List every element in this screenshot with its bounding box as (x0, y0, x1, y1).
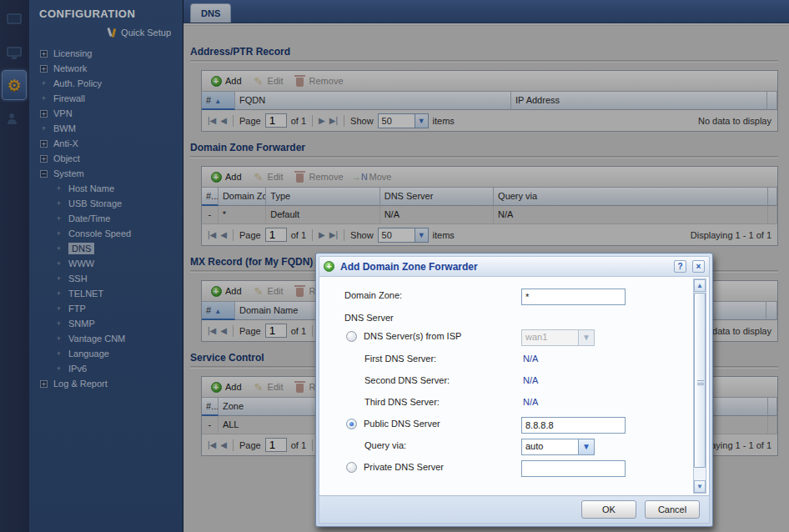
ok-button[interactable]: OK (581, 500, 636, 519)
first-dns-row: First DNS Server: N/A (319, 352, 709, 369)
dialog-body: Domain Zone: DNS Server DNS Server(s) fr… (319, 277, 710, 496)
zywall-configuration-window: ⚙ CONFIGURATION Quick Setup +Licensing+N… (0, 0, 789, 532)
chevron-down-icon: ▼ (578, 439, 595, 455)
second-dns-value: N/A (523, 375, 538, 385)
private-dns-radio-label: Private DNS Server (364, 462, 444, 472)
add-icon: + (324, 261, 334, 272)
dialog-scrollbar[interactable]: ▲ ▼ (693, 279, 706, 494)
scrollbar-grip (697, 380, 704, 385)
isp-interface-value: wan1 (521, 329, 578, 346)
second-dns-row: Second DNS Server: N/A (319, 374, 709, 390)
private-dns-row: Private DNS Server (319, 460, 709, 477)
scrollbar-thumb[interactable] (694, 293, 706, 468)
first-dns-value: N/A (523, 354, 538, 364)
scroll-down-icon[interactable]: ▼ (694, 480, 706, 493)
query-via-label: Query via: (364, 440, 406, 450)
cancel-button[interactable]: Cancel (645, 500, 700, 519)
public-dns-radio-label: Public DNS Server (364, 419, 440, 429)
close-icon[interactable]: × (692, 260, 705, 273)
third-dns-label: Third DNS Server: (364, 397, 440, 407)
domain-zone-label: Domain Zone: (344, 290, 402, 300)
public-dns-input[interactable] (521, 417, 626, 434)
isp-interface-select[interactable]: wan1 ▼ (521, 329, 595, 346)
query-via-row: Query via: auto ▼ (319, 439, 709, 455)
scroll-up-icon[interactable]: ▲ (694, 279, 706, 292)
private-dns-input[interactable] (521, 460, 626, 477)
public-dns-radio[interactable] (346, 419, 357, 429)
isp-dns-radio-label: DNS Server(s) from ISP (364, 331, 461, 341)
first-dns-label: First DNS Server: (364, 354, 436, 364)
help-button[interactable]: ? (674, 260, 686, 273)
isp-dns-radio[interactable] (346, 331, 357, 342)
domain-zone-input[interactable] (521, 289, 626, 305)
dialog-titlebar: + Add Domain Zone Forwarder ? × (319, 256, 710, 277)
dialog-title: Add Domain Zone Forwarder (340, 261, 668, 273)
second-dns-label: Second DNS Server: (364, 375, 450, 385)
third-dns-row: Third DNS Server: N/A (319, 395, 709, 412)
domain-zone-row: Domain Zone: (319, 289, 709, 305)
query-via-select[interactable]: auto ▼ (521, 439, 595, 455)
add-domain-zone-forwarder-dialog: + Add Domain Zone Forwarder ? × Domain Z… (315, 253, 713, 527)
private-dns-radio[interactable] (346, 462, 357, 473)
dns-server-heading-row: DNS Server (319, 311, 709, 328)
dns-server-label: DNS Server (344, 313, 394, 323)
public-dns-row: Public DNS Server (319, 417, 709, 434)
chevron-down-icon: ▼ (578, 329, 595, 346)
third-dns-value: N/A (523, 397, 538, 407)
dialog-footer: OK Cancel (319, 496, 710, 524)
isp-dns-row: DNS Server(s) from ISP wan1 ▼ (319, 329, 709, 346)
query-via-value: auto (521, 439, 578, 455)
